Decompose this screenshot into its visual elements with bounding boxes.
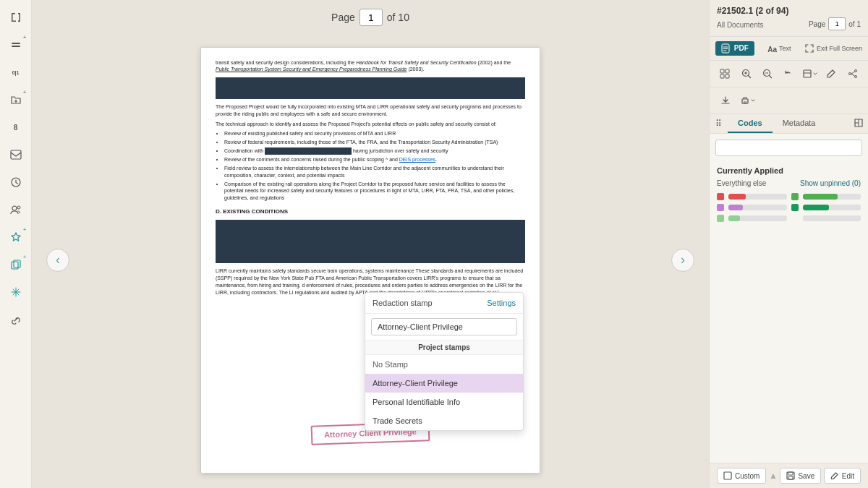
currently-applied-label: Currently Applied xyxy=(710,162,868,178)
expand-panel-btn[interactable] xyxy=(849,114,868,133)
right-panel-page-input[interactable] xyxy=(828,17,846,30)
download-btn[interactable] xyxy=(715,90,736,111)
svg-rect-10 xyxy=(726,69,729,73)
right-panel-footer: Custom ▲ Save Edit xyxy=(710,463,868,488)
bar-track-2 xyxy=(728,205,787,210)
share-btn[interactable] xyxy=(843,64,862,84)
doc-redacted-image xyxy=(216,220,525,263)
exit-fullscreen-label: Exit Full Screen xyxy=(817,45,862,52)
document-id-title: #21502.1 (2 of 94) xyxy=(717,6,861,16)
section-d-heading: D. EXISTING CONDITIONS xyxy=(216,207,525,215)
save-label: Save xyxy=(798,472,814,480)
svg-rect-15 xyxy=(804,70,811,77)
right-panel: #21502.1 (2 of 94) All Documents Page of… xyxy=(709,0,868,488)
right-panel-toolbar: PDF Aa Text Exit Full Screen xyxy=(710,37,868,61)
undo-btn[interactable] xyxy=(779,64,798,84)
stamp-no-stamp[interactable]: No Stamp xyxy=(365,355,523,374)
document-wrapper: ‹ transit safety and security design con… xyxy=(32,32,709,488)
stamp-attorney-client[interactable]: Attorney-Client Privilege xyxy=(365,374,523,393)
inline-redact xyxy=(265,147,352,155)
star-add-icon[interactable]: + xyxy=(4,226,27,249)
tab-metadata[interactable]: Metadata xyxy=(773,114,826,133)
right-panel-row2 xyxy=(710,61,868,87)
expand-icon-footer: ▲ xyxy=(769,471,778,481)
custom-label: Custom xyxy=(735,472,760,480)
show-unpinned-link[interactable]: Show unpinned (0) xyxy=(800,179,861,187)
pencil-btn[interactable] xyxy=(822,64,841,84)
bar-track-3b xyxy=(803,215,861,221)
bar-track-1 xyxy=(728,194,787,200)
color-bar-row-1 xyxy=(717,193,861,200)
redaction-stamp-input[interactable] xyxy=(371,318,517,335)
page-total-rp: of 1 xyxy=(848,20,861,28)
copy-add-icon[interactable]: + xyxy=(4,253,27,276)
doc-bullets: Review of existing published safety and … xyxy=(216,130,525,202)
layers-icon[interactable]: + xyxy=(4,33,27,56)
text-label[interactable]: Aa xyxy=(767,43,777,54)
custom-button[interactable]: Custom xyxy=(717,468,766,484)
drag-handle-icon: ⠿ xyxy=(710,114,728,133)
text-btn-label: Text xyxy=(779,45,791,52)
sparkle-icon[interactable] xyxy=(4,281,27,304)
folder-add-icon[interactable]: + xyxy=(4,88,27,111)
right-panel-header: #21502.1 (2 of 94) All Documents Page of… xyxy=(710,0,868,37)
color-bar-row-3 xyxy=(717,215,861,222)
redaction-dropdown-header: Redaction stamp Settings xyxy=(365,293,523,314)
svg-rect-11 xyxy=(720,74,724,78)
everything-else-label: Everything else xyxy=(717,179,766,187)
color-bars xyxy=(710,190,868,225)
color-dot-teal xyxy=(791,204,799,211)
svg-point-18 xyxy=(854,76,856,78)
color-dot-red xyxy=(717,193,724,200)
history-icon[interactable] xyxy=(4,171,27,194)
everything-else-row: Everything else Show unpinned (0) xyxy=(710,178,868,190)
doc-para2: The technical approach to identify and a… xyxy=(216,121,525,128)
edit-button[interactable]: Edit xyxy=(824,468,861,484)
stamp-trade-secrets[interactable]: Trade Secrets xyxy=(365,411,523,430)
redaction-stamp-label: Redaction stamp xyxy=(373,299,433,307)
doc-intro: transit safety and security design consi… xyxy=(216,59,525,74)
color-bar-row-2 xyxy=(717,204,861,211)
expand-icon[interactable] xyxy=(4,6,27,29)
redact-tools-btn[interactable] xyxy=(801,64,820,84)
pdf-button[interactable]: PDF xyxy=(715,41,754,56)
right-panel-row3 xyxy=(710,87,868,114)
print-btn[interactable] xyxy=(738,90,758,111)
users-icon[interactable] xyxy=(4,198,27,221)
deis-link[interactable]: DEIS processes xyxy=(399,157,435,162)
svg-rect-0 xyxy=(12,43,20,44)
codes-metadata-tabs: ⠿ Codes Metadata xyxy=(710,114,868,134)
tab-codes[interactable]: Codes xyxy=(728,114,773,133)
next-page-arrow[interactable]: › xyxy=(671,249,694,272)
project-stamps-label: Project stamps xyxy=(365,340,523,355)
bar-track-2b xyxy=(803,205,861,210)
codes-search-input[interactable] xyxy=(715,140,862,156)
save-button[interactable]: Save xyxy=(780,468,821,484)
zoom-out-btn[interactable] xyxy=(758,64,777,84)
left-sidebar: + 0|1 + 8 xyxy=(0,0,32,488)
count-badge[interactable]: 8 xyxy=(4,116,27,139)
bar-fill-2b xyxy=(803,205,829,210)
page-label-after: of 10 xyxy=(387,12,409,23)
page-number-input[interactable] xyxy=(359,9,383,26)
center-content: Page of 10 ‹ transit safety and security… xyxy=(32,0,709,488)
code-icon[interactable]: 0|1 xyxy=(4,61,27,84)
grid-view-btn[interactable] xyxy=(715,64,734,84)
all-documents-label: All Documents xyxy=(717,21,763,29)
svg-rect-9 xyxy=(720,69,724,73)
svg-rect-12 xyxy=(726,74,729,78)
prev-page-arrow[interactable]: ‹ xyxy=(46,249,69,272)
exit-fullscreen-button[interactable]: Exit Full Screen xyxy=(804,43,862,53)
mail-icon[interactable] xyxy=(4,143,27,166)
svg-point-16 xyxy=(854,70,856,72)
redaction-settings-link[interactable]: Settings xyxy=(487,299,516,307)
edit-label: Edit xyxy=(842,472,854,480)
zoom-in-btn[interactable] xyxy=(736,64,755,84)
redaction-dropdown: Redaction stamp Settings Project stamps … xyxy=(365,292,524,431)
svg-rect-2 xyxy=(11,150,21,159)
link-icon[interactable] xyxy=(4,308,27,331)
bar-fill-3 xyxy=(728,215,740,221)
bar-fill-1 xyxy=(728,194,746,200)
stamp-pii[interactable]: Personal Identifiable Info xyxy=(365,393,523,411)
bar-track-3 xyxy=(728,215,787,221)
